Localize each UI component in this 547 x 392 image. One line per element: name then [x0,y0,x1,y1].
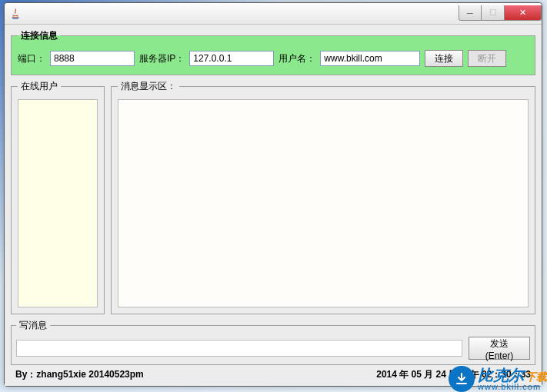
message-input[interactable] [16,340,462,357]
send-button[interactable]: 发送(Enter) [469,337,530,360]
server-label: 服务器IP： [139,52,185,65]
online-users-list[interactable] [18,99,98,307]
username-input[interactable] [320,51,420,66]
online-users-legend: 在线用户 [18,80,61,93]
timestamp-label: 2014 年 05 月 24 日 上午 02：30：33 [376,368,531,381]
online-users-fieldset: 在线用户 [11,80,105,314]
client-area: 连接信息 端口： 服务器IP： 用户名： 连接 断开 在线用户 消息显示区： 写… [5,25,542,386]
connect-button[interactable]: 连接 [425,50,463,67]
disconnect-button[interactable]: 断开 [468,50,506,67]
window-buttons: ─ ☐ ✕ [459,6,542,21]
status-bar: By：zhang51xie 20140523pm 2014 年 05 月 24 … [11,365,535,383]
connection-fieldset: 连接信息 端口： 服务器IP： 用户名： 连接 断开 [11,29,535,75]
minimize-button[interactable]: ─ [459,5,482,21]
write-message-legend: 写消息 [16,319,50,332]
maximize-button[interactable]: ☐ [482,5,505,21]
port-input[interactable] [50,51,135,66]
user-label: 用户名： [279,52,315,65]
port-label: 端口： [18,52,45,65]
app-window: ─ ☐ ✕ 连接信息 端口： 服务器IP： 用户名： 连接 断开 在线用户 消息… [4,2,542,387]
titlebar: ─ ☐ ✕ [5,3,542,25]
close-button[interactable]: ✕ [505,5,542,21]
write-message-fieldset: 写消息 发送(Enter) [11,319,535,365]
message-display-legend: 消息显示区： [118,80,179,93]
message-display-area[interactable] [118,99,529,307]
message-display-fieldset: 消息显示区： [111,80,535,314]
connection-legend: 连接信息 [18,29,61,42]
author-label: By：zhang51xie 20140523pm [15,368,144,381]
server-ip-input[interactable] [189,51,274,66]
middle-panel: 在线用户 消息显示区： [11,80,535,314]
java-icon [9,8,22,20]
